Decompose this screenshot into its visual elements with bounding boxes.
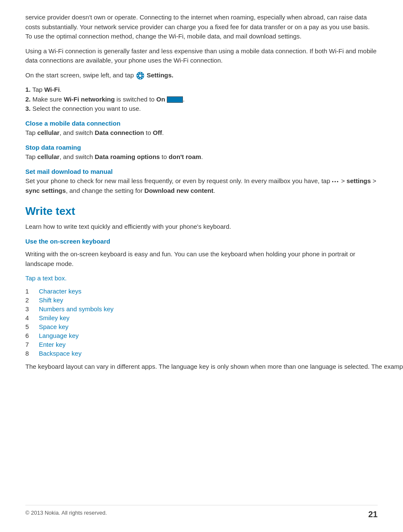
list-item: 5 Space key [25,323,403,330]
list-item: 4 Smiley key [25,314,403,321]
page-number: 21 [368,510,378,519]
list-item: 3 Numbers and symbols key [25,305,403,313]
list-item: 2 Shift key [25,296,403,304]
list-num-7: 7 [25,341,32,348]
stop-roaming-section: Stop data roaming Tap cellular, and swit… [25,143,378,162]
list-item: 6 Language key [25,332,403,339]
set-mail-heading: Set mail download to manual [25,168,113,175]
list-item: 1 Character keys [25,288,403,295]
svg-rect-3 [140,78,141,79]
list-label-3: Numbers and symbols key [39,305,114,313]
list-label-7: Enter key [39,341,65,348]
list-label-2: Shift key [39,296,63,304]
svg-rect-2 [140,72,141,74]
onscreen-kb-heading: Use the on-screen keyboard [25,237,378,247]
list-label-5: Space key [39,323,68,330]
onscreen-kb-para: Writing with the on-screen keyboard is e… [25,250,378,269]
intro-para3: On the start screen, swipe left, and tap… [25,71,378,80]
list-label-6: Language key [39,332,79,339]
write-text-subtitle: Learn how to write text quickly and effi… [25,222,378,232]
write-text-heading: Write text [25,205,378,218]
stop-roaming-heading: Stop data roaming [25,144,81,151]
svg-rect-5 [142,75,144,76]
list-num-3: 3 [25,305,32,313]
list-label-1: Character keys [39,288,82,295]
svg-point-1 [139,74,142,77]
steps: 1. Tap Wi-Fi. 2. Make sure Wi-Fi network… [25,85,378,114]
svg-rect-4 [137,75,138,76]
list-label-8: Backspace key [39,350,82,357]
intro-para3-prefix: On the start screen, swipe left, and tap [25,71,136,79]
footer: © 2013 Nokia. All rights reserved. 21 [25,505,378,519]
tap-text-box: Tap a text box. [25,274,378,283]
keyboard-bottom-text: The keyboard layout can vary in differen… [25,362,403,372]
intro-para1: service provider doesn't own or operate.… [25,13,378,41]
dots-menu: ••• [332,178,340,185]
close-mobile-section: Close a mobile data connection Tap cellu… [25,119,378,138]
list-num-1: 1 [25,288,32,295]
settings-label: Settings. [145,71,174,79]
list-num-6: 6 [25,332,32,339]
copyright: © 2013 Nokia. All rights reserved. [25,510,107,519]
list-label-4: Smiley key [39,314,70,321]
keyboard-list: 1 Character keys 2 Shift key 3 Numbers a… [25,288,403,385]
on-switch-icon [167,96,183,103]
list-num-2: 2 [25,296,32,304]
list-item: 8 Backspace key [25,350,403,357]
set-mail-section: Set mail download to manual Set your pho… [25,167,378,196]
close-mobile-heading: Close a mobile data connection [25,120,120,127]
list-item: 7 Enter key [25,341,403,348]
list-num-4: 4 [25,314,32,321]
intro-para2: Using a Wi-Fi connection is generally fa… [25,47,378,66]
list-num-5: 5 [25,323,32,330]
keyboard-section: 1 Character keys 2 Shift key 3 Numbers a… [25,288,378,385]
settings-icon [136,72,144,80]
list-num-8: 8 [25,350,32,357]
keyboard-numbered-list: 1 Character keys 2 Shift key 3 Numbers a… [25,288,403,357]
